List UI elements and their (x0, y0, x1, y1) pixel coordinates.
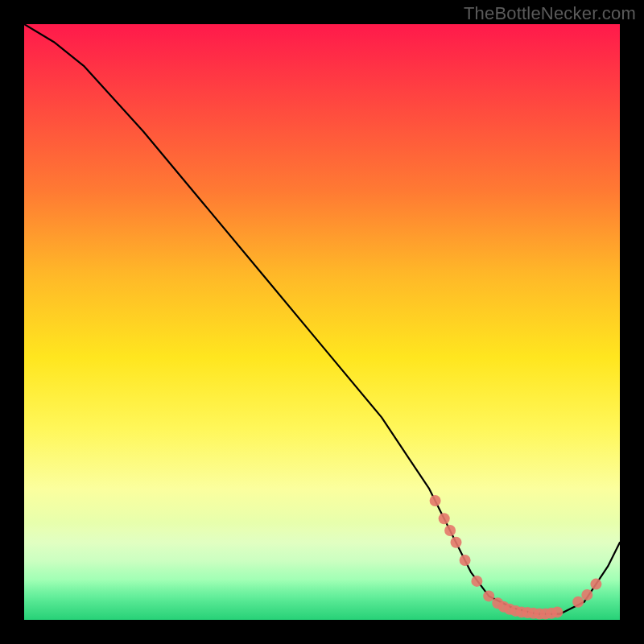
watermark-text: TheBottleNecker.com (464, 3, 636, 24)
plot-area (24, 24, 620, 620)
chart-frame: TheBottleNecker.com (0, 0, 644, 644)
